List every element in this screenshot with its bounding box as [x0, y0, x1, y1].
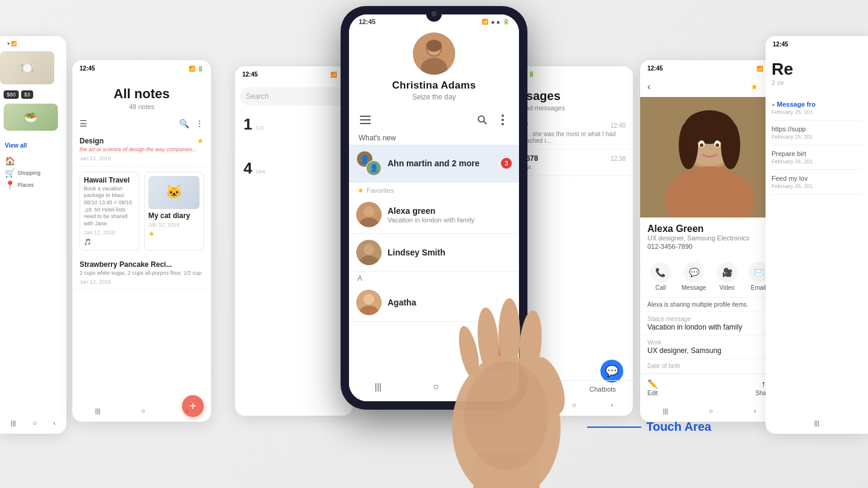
alexa-back-icon[interactable]: ‹ [647, 81, 650, 92]
notes-count: 48 notes [80, 103, 204, 110]
far-right-status: 12:45 [766, 36, 868, 52]
contact-ahn-martin[interactable]: 👤 👤 Ahn martin and 2 more 3 [349, 145, 519, 183]
wifi-icon: 📶 [482, 19, 488, 25]
notes-design-title: Design [80, 137, 104, 145]
notes-search-icon[interactable]: 🔍 [179, 119, 189, 128]
notes-nav-menu[interactable]: ||| [95, 407, 101, 414]
view-all-link[interactable]: View all [5, 142, 27, 149]
alexa-green-info: Alexa green Vacation in london with fami… [388, 206, 512, 224]
far-left-item-shopping[interactable]: 🛒 Shopping [5, 168, 61, 178]
far-left-item-places[interactable]: 📍 Places [5, 180, 61, 190]
contacts-left-status: 12:45 📶 🔋 [235, 66, 353, 83]
alexa-role: UX designer, Samsung Electronics [647, 234, 772, 242]
price-badge-1: $80 [4, 90, 19, 99]
messages-nav-home[interactable]: ○ [572, 401, 576, 408]
msg-3-date: February 26, 201 [772, 158, 862, 164]
message-row-2-top: -5678 12:38 [520, 154, 626, 163]
notes-status-bar: 12:45 📶 🔋 [72, 60, 211, 77]
food-image-1: 🍽️ [0, 51, 54, 84]
phone-nav: ||| ○ ‹ [349, 375, 519, 401]
far-right-msg-1[interactable]: ● Message fro February 25, 201 [772, 96, 862, 120]
touch-area-line-group: Touch Area [587, 420, 711, 434]
far-left-item-home[interactable]: 🏠 [5, 156, 61, 166]
svg-point-12 [502, 123, 504, 125]
alexa-status-value: Vacation in london with family [647, 323, 772, 331]
notes-item-hawaii[interactable]: Hawaii Travel Book a vacation package to… [80, 172, 139, 251]
alexa-edit-btn[interactable]: ✏️ Edit [647, 379, 658, 396]
far-right-msg-2[interactable]: https://supp February 25, 201 [772, 120, 862, 145]
contacts-left-letter-1: 1 0,0 [244, 115, 344, 134]
alexa-video-btn[interactable]: 🎥 Video [717, 262, 737, 291]
notes-hawaii-date: Jan 12, 2018 [84, 230, 135, 236]
msg-2-title: https://supp [772, 125, 862, 133]
profile-avatar[interactable] [413, 33, 455, 75]
far-right-nav-menu[interactable]: ||| [814, 419, 820, 427]
far-right-partial-title: Re [772, 60, 793, 78]
alexa-call-btn[interactable]: 📞 Call [650, 262, 671, 291]
contacts-search-bar[interactable]: Search [240, 87, 348, 105]
far-left-nav-back[interactable]: ‹ [53, 419, 55, 427]
svg-rect-5 [360, 116, 371, 117]
messages-nav-back[interactable]: ‹ [611, 401, 613, 408]
tab-chatbots[interactable]: Chatbots [590, 386, 616, 393]
svg-point-17 [363, 244, 374, 255]
notes-nav-home[interactable]: ○ [141, 407, 145, 414]
svg-point-33 [715, 143, 719, 147]
edit-label: Edit [647, 390, 658, 396]
alexa-star-icon[interactable]: ★ [750, 82, 758, 92]
nav-back-icon[interactable]: ‹ [491, 382, 494, 392]
alexa-actions: 📞 Call 💬 Message 🎥 Video ✉️ Email [640, 256, 779, 298]
svg-rect-40 [473, 452, 539, 488]
alexa-time: 12:45 [647, 65, 663, 72]
far-right-content: ● Message fro February 25, 201 https://s… [766, 89, 868, 202]
alexa-status-bar: 12:45 📶 🔋 [640, 60, 779, 77]
notes-item-strawberry[interactable]: Strawberry Pancake Reci... 2 cups white … [72, 255, 211, 290]
more-options-icon[interactable] [496, 113, 509, 127]
notes-nav-back[interactable]: ‹ [186, 407, 188, 414]
camera-dot [432, 11, 436, 16]
fab-add-button[interactable]: + [483, 345, 509, 371]
far-left-nav-menu[interactable]: ||| [11, 419, 16, 427]
nav-menu-icon[interactable]: ||| [375, 382, 382, 392]
message-row-2[interactable]: -5678 12:38 now. [512, 149, 633, 176]
phone-outer: 12:45 📶 ▲▲ 🔋 [341, 6, 527, 410]
contact-alexa-green[interactable]: Alexa green Vacation in london with fami… [349, 196, 519, 234]
alexa-nav-back[interactable]: ‹ [753, 407, 756, 414]
hamburger-menu-icon[interactable] [359, 113, 372, 127]
search-icon[interactable] [476, 113, 489, 127]
notes-item-cat[interactable]: 🐱 My cat diary Jan 12, 2018 ★ [144, 172, 204, 251]
alexa-nav-home[interactable]: ○ [709, 407, 713, 414]
far-right-msg-4[interactable]: Feed my lov February 25, 201 [772, 170, 862, 195]
notes-more-icon[interactable]: ⋮ [195, 119, 204, 128]
far-left-status-icons: ▾ 📶 [7, 41, 17, 46]
tab-contacts[interactable]: Contacts [529, 386, 555, 393]
far-right-msg-3[interactable]: Prepare birt February 26, 201 [772, 145, 862, 170]
profile-name: Christina Adams [392, 80, 476, 92]
messages-nav-menu[interactable]: ||| [532, 401, 538, 408]
far-left-nav-home[interactable]: ○ [33, 419, 37, 427]
notes-item-design[interactable]: Design ★ the art or science of design th… [72, 132, 211, 167]
nav-home-icon[interactable]: ○ [433, 381, 439, 392]
toolbar-right-icons [476, 113, 509, 127]
favorites-star-icon: ★ [357, 186, 364, 195]
chat-bubble-button[interactable]: 💬 [600, 360, 623, 383]
alexa-nav-menu[interactable]: ||| [663, 407, 668, 414]
alexa-message-btn[interactable]: 💬 Message [682, 262, 706, 291]
notes-design-body: the art or science of design the way com… [80, 146, 204, 154]
msg-1-title: Message fro [777, 101, 816, 108]
profile-avatar-image [413, 33, 455, 75]
alexa-work-row: Work UX designer, Samsung [640, 336, 779, 359]
panel-contacts-left: 12:45 📶 🔋 Search 1 0,0 4 GHI [235, 66, 353, 416]
panel-far-right: 12:45 Re 2 ov ● Message fro February 25,… [766, 36, 868, 434]
contact-lindsey-smith[interactable]: Lindsey Smith [349, 234, 519, 272]
notes-hamburger-icon[interactable]: ☰ [80, 119, 87, 128]
far-left-status-bar: ▾ 📶 [0, 36, 66, 51]
messages-status-bar: 📶 🔋 [512, 66, 633, 82]
msg-4-date: February 25, 201 [772, 183, 862, 189]
alexa-green-name: Alexa green [388, 206, 512, 216]
email-label: Email [751, 284, 766, 291]
message-text-2: now. [520, 164, 626, 170]
message-row-1[interactable]: 📌 12:40 ay... she was the most re what I… [512, 116, 633, 149]
alexa-dob-label: Date of birth [647, 363, 772, 369]
contact-agatha[interactable]: Agatha [349, 284, 519, 322]
